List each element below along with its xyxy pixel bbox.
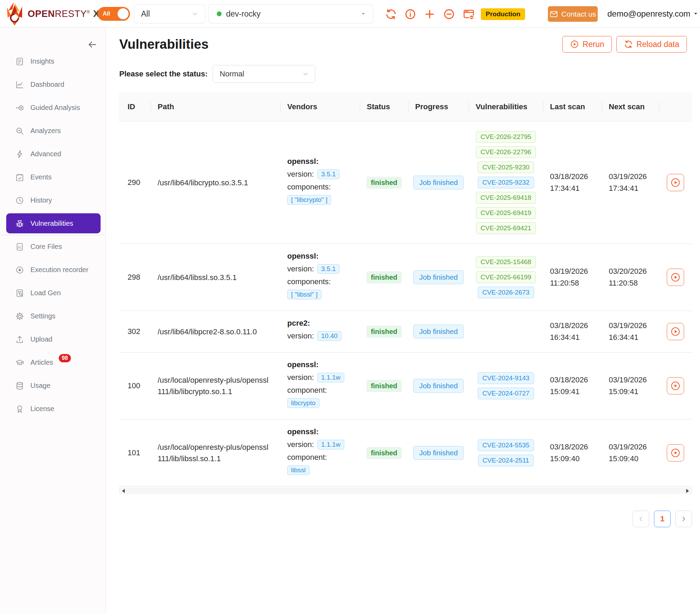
run-scan-button[interactable] bbox=[667, 269, 684, 286]
sidebar-item-label: License bbox=[30, 405, 54, 413]
cve-badge[interactable]: CVE-2026-22796 bbox=[476, 146, 536, 158]
next-scan-time: 11:20:58 bbox=[609, 277, 659, 289]
rerun-button[interactable]: Rerun bbox=[562, 36, 612, 53]
next-page-button[interactable] bbox=[675, 511, 692, 527]
sidebar-item-articles[interactable]: Articles98 bbox=[0, 351, 105, 374]
sidebar-item-guided-analysis[interactable]: Guided Analysis bbox=[0, 96, 105, 119]
insights-icon bbox=[15, 57, 24, 66]
reload-data-button[interactable]: Reload data bbox=[616, 36, 687, 53]
cve-badge[interactable]: CVE-2025-69418 bbox=[476, 192, 536, 204]
column-header-vendors: Vendors bbox=[280, 102, 360, 111]
refresh-icon[interactable] bbox=[385, 8, 397, 20]
all-toggle[interactable]: All bbox=[97, 7, 130, 21]
scroll-right-arrow[interactable] bbox=[686, 489, 689, 493]
sidebar-item-label: Vulnerabilities bbox=[30, 220, 73, 227]
version-label: version: bbox=[287, 264, 314, 273]
scroll-left-arrow[interactable] bbox=[122, 489, 125, 493]
contact-us-button[interactable]: Contact us bbox=[548, 6, 598, 22]
row-actions bbox=[659, 269, 692, 286]
cve-badge[interactable]: CVE-2024-9143 bbox=[478, 372, 534, 384]
collapse-sidebar-button[interactable] bbox=[87, 39, 97, 50]
sidebar-item-load-gen[interactable]: Load Gen bbox=[0, 281, 105, 305]
sidebar-item-vulnerabilities[interactable]: Vulnerabilities bbox=[0, 212, 105, 235]
run-scan-button[interactable] bbox=[667, 444, 684, 462]
cve-badge[interactable]: CVE-2025-69421 bbox=[476, 222, 536, 234]
row-progress: Job finished bbox=[408, 325, 469, 338]
sidebar-item-dashboard[interactable]: Dashboard bbox=[0, 73, 105, 96]
horizontal-scrollbar[interactable] bbox=[119, 487, 692, 494]
sidebar-item-insights[interactable]: Insights bbox=[0, 50, 105, 73]
cve-badge[interactable]: CVE-2024-5535 bbox=[478, 439, 534, 451]
components-label: component: bbox=[287, 386, 360, 395]
advanced-icon bbox=[15, 150, 24, 159]
cve-badge[interactable]: CVE-2025-9230 bbox=[478, 161, 534, 173]
cve-badge[interactable]: CVE-2026-22795 bbox=[476, 131, 536, 143]
components-line: libcrypto bbox=[287, 398, 360, 408]
sidebar-item-core-files[interactable]: 01Core Files bbox=[0, 235, 105, 258]
articles-icon bbox=[15, 358, 24, 367]
prev-page-button[interactable] bbox=[633, 511, 649, 527]
cve-badge[interactable]: CVE-2025-15468 bbox=[476, 256, 536, 268]
row-id: 298 bbox=[119, 273, 151, 282]
sidebar-item-upload[interactable]: Upload bbox=[0, 328, 105, 351]
page-1-button[interactable]: 1 bbox=[654, 511, 671, 527]
version-badge: 3.5.1 bbox=[317, 169, 339, 179]
row-last-scan: 03/19/202611:20:58 bbox=[543, 266, 602, 289]
toggle-knob bbox=[118, 8, 129, 19]
cve-badge[interactable]: CVE-2025-66199 bbox=[476, 271, 536, 283]
minus-circle-icon[interactable] bbox=[443, 8, 455, 20]
status-badge: finished bbox=[366, 326, 402, 338]
sidebar-item-events[interactable]: Events bbox=[0, 166, 105, 189]
cve-badge[interactable]: CVE-2026-2673 bbox=[478, 287, 534, 298]
sidebar-item-execution-recorder[interactable]: Execution recorder bbox=[0, 258, 105, 281]
envelope-icon bbox=[550, 10, 558, 18]
sidebar: InsightsDashboardGuided AnalysisAnalyzer… bbox=[0, 28, 106, 614]
status-badge: finished bbox=[366, 380, 402, 392]
cve-badge[interactable]: CVE-2025-69419 bbox=[476, 207, 536, 219]
sidebar-item-settings[interactable]: Settings bbox=[0, 305, 105, 328]
page-title: Vulnerabilities bbox=[119, 37, 208, 52]
cve-badge[interactable]: CVE-2024-2511 bbox=[478, 455, 534, 466]
last-scan-date: 03/18/2026 bbox=[550, 374, 602, 386]
status-filter-select[interactable]: Normal bbox=[213, 65, 315, 83]
server-select[interactable]: dev-rocky bbox=[208, 4, 373, 24]
next-scan-date: 03/20/2026 bbox=[609, 266, 659, 277]
scope-select[interactable]: All bbox=[134, 4, 205, 24]
sidebar-item-usage[interactable]: Usage bbox=[0, 374, 105, 397]
play-circle-icon bbox=[670, 272, 681, 282]
sidebar-item-analyzers[interactable]: Analyzers bbox=[0, 119, 105, 142]
last-scan-date: 03/19/2026 bbox=[550, 266, 602, 277]
plus-icon[interactable] bbox=[424, 8, 436, 20]
status-filter-label: Please select the status: bbox=[119, 69, 208, 78]
guided-analysis-icon bbox=[15, 103, 24, 112]
sidebar-item-history[interactable]: History bbox=[0, 189, 105, 212]
run-scan-button[interactable] bbox=[667, 377, 684, 394]
row-progress: Job finished bbox=[408, 270, 469, 284]
recorder-icon bbox=[15, 266, 24, 275]
cve-badge[interactable]: CVE-2025-9232 bbox=[478, 177, 534, 188]
next-scan-time: 15:09:41 bbox=[609, 386, 659, 398]
row-vulnerabilities: CVE-2026-22795CVE-2026-22796CVE-2025-923… bbox=[469, 129, 543, 236]
vendor-version-line: version:3.5.1 bbox=[287, 264, 360, 274]
sidebar-item-advanced[interactable]: Advanced bbox=[0, 142, 105, 166]
vendor-name: pcre2: bbox=[287, 319, 360, 328]
row-next-scan: 03/19/202616:34:41 bbox=[602, 320, 659, 343]
sidebar-item-label: Articles bbox=[30, 359, 53, 366]
run-scan-button[interactable] bbox=[667, 323, 684, 340]
version-badge: 1.1.1w bbox=[317, 440, 344, 449]
row-vulnerabilities: CVE-2025-15468CVE-2025-66199CVE-2026-267… bbox=[469, 254, 543, 300]
run-scan-button[interactable] bbox=[667, 174, 684, 191]
user-menu[interactable]: demo@openresty.com bbox=[607, 9, 698, 19]
sidebar-item-label: Execution recorder bbox=[30, 266, 88, 274]
progress-badge: Job finished bbox=[413, 176, 463, 189]
sidebar-item-license[interactable]: License bbox=[0, 397, 105, 420]
openresty-logo[interactable] bbox=[3, 2, 26, 26]
browser-minus-icon[interactable] bbox=[463, 8, 475, 20]
components-line: libssl bbox=[287, 465, 360, 475]
info-icon[interactable] bbox=[404, 8, 416, 20]
chevron-down-icon bbox=[302, 70, 309, 78]
component-badge: libssl bbox=[287, 465, 309, 475]
table-row: 302/usr/lib64/libpcre2-8.so.0.11.0pcre2:… bbox=[119, 311, 692, 353]
play-circle-icon bbox=[670, 448, 681, 458]
cve-badge[interactable]: CVE-2024-0727 bbox=[478, 388, 534, 399]
